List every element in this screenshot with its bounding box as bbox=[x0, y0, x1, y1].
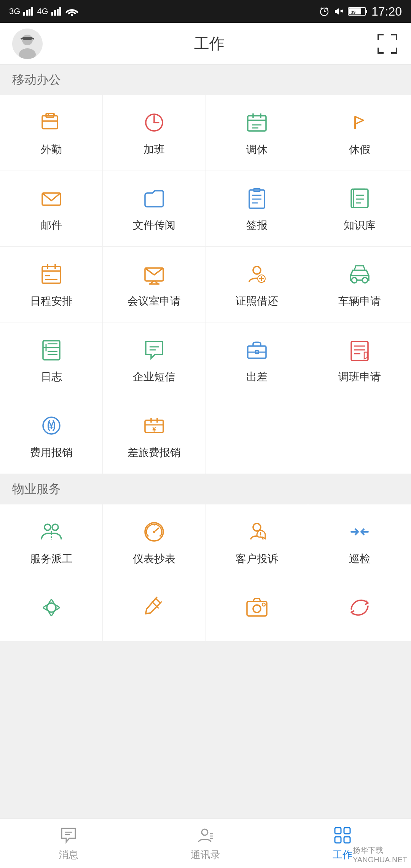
svg-rect-57 bbox=[354, 189, 368, 207]
svg-line-116 bbox=[160, 602, 162, 603]
item-sms[interactable]: 企业短信 bbox=[103, 322, 206, 398]
item-vacation[interactable]: 休假 bbox=[308, 95, 411, 171]
item-complaint[interactable]: 客户投诉 bbox=[206, 504, 308, 580]
item-email[interactable]: 邮件 bbox=[0, 171, 103, 246]
svg-point-118 bbox=[253, 605, 261, 613]
item-meeting-room[interactable]: 会议室申请 bbox=[103, 247, 206, 322]
grid-property: 服务派工 仪表抄表 bbox=[0, 504, 411, 641]
nav-messages-icon bbox=[59, 825, 78, 845]
item-b2[interactable] bbox=[103, 580, 206, 641]
sign-icon bbox=[243, 185, 271, 212]
b1-icon bbox=[38, 594, 65, 621]
item-schedule[interactable]: 日程安排 bbox=[0, 247, 103, 322]
svg-point-101 bbox=[52, 524, 58, 530]
item-field-work[interactable]: 外勤 bbox=[0, 95, 103, 171]
network-4g: 4G bbox=[37, 6, 48, 16]
meeting-room-label: 会议室申请 bbox=[127, 294, 181, 308]
field-work-label: 外勤 bbox=[41, 142, 62, 157]
item-business-trip[interactable]: 出差 bbox=[206, 322, 308, 398]
status-bar: 3G 4G bbox=[0, 0, 411, 23]
id-borrow-label: 证照借还 bbox=[236, 294, 278, 308]
file-share-label: 文件传阅 bbox=[133, 218, 175, 233]
page-title: 工作 bbox=[194, 33, 225, 54]
car-icon bbox=[346, 260, 373, 288]
item-b3[interactable] bbox=[206, 580, 308, 641]
item-meter-read[interactable]: 仪表抄表 bbox=[103, 504, 206, 580]
battery-icon: 39 bbox=[348, 6, 368, 16]
svg-rect-0 bbox=[23, 12, 25, 16]
travel-expense-icon: ¥ bbox=[140, 412, 168, 439]
complaint-label: 客户投诉 bbox=[236, 552, 278, 566]
office-row-2: 邮件 文件传阅 签报 bbox=[0, 171, 411, 247]
patrol-icon bbox=[346, 518, 373, 546]
nav-contacts[interactable]: 通讯录 bbox=[137, 822, 274, 865]
svg-rect-33 bbox=[396, 48, 397, 54]
service-dispatch-label: 服务派工 bbox=[30, 552, 73, 566]
svg-line-108 bbox=[159, 536, 160, 536]
vacation-icon bbox=[346, 109, 373, 136]
office-row-4: 日志 企业短信 出差 bbox=[0, 322, 411, 398]
patrol-label: 巡检 bbox=[349, 552, 370, 566]
user-avatar[interactable] bbox=[12, 29, 43, 59]
knowledge-label: 知识库 bbox=[344, 218, 376, 233]
svg-rect-4 bbox=[51, 12, 53, 16]
svg-rect-2 bbox=[29, 9, 30, 16]
service-dispatch-icon bbox=[38, 518, 65, 546]
svg-rect-6 bbox=[57, 9, 59, 16]
sign-label: 签报 bbox=[246, 218, 268, 233]
svg-rect-17 bbox=[366, 10, 367, 13]
shift-off-label: 调休 bbox=[246, 142, 268, 157]
field-work-icon bbox=[38, 109, 65, 136]
svg-text:¥: ¥ bbox=[152, 426, 156, 433]
nav-work-icon bbox=[333, 825, 352, 845]
nav-messages-label: 消息 bbox=[59, 848, 78, 862]
svg-point-122 bbox=[202, 829, 208, 835]
item-id-borrow[interactable]: 证照借还 bbox=[206, 247, 308, 322]
property-row-1: 服务派工 仪表抄表 bbox=[0, 504, 411, 580]
item-overtime[interactable]: 加班 bbox=[103, 95, 206, 171]
item-shift-apply[interactable]: 调班申请 bbox=[308, 322, 411, 398]
item-sign[interactable]: 签报 bbox=[206, 171, 308, 246]
business-trip-icon bbox=[243, 336, 271, 364]
svg-rect-1 bbox=[26, 10, 28, 16]
svg-rect-61 bbox=[42, 266, 61, 283]
shift-apply-icon bbox=[346, 336, 373, 364]
sms-label: 企业短信 bbox=[133, 370, 175, 384]
svg-point-119 bbox=[262, 603, 265, 606]
property-row-2 bbox=[0, 580, 411, 641]
item-b1[interactable] bbox=[0, 580, 103, 641]
svg-rect-29 bbox=[396, 34, 397, 40]
svg-rect-126 bbox=[335, 828, 341, 834]
svg-rect-31 bbox=[378, 48, 379, 54]
item-shift-off[interactable]: 调休 bbox=[206, 95, 308, 171]
svg-point-76 bbox=[362, 278, 368, 283]
schedule-label: 日程安排 bbox=[30, 294, 73, 308]
email-label: 邮件 bbox=[41, 218, 62, 233]
nav-contacts-label: 通讯录 bbox=[191, 848, 220, 862]
item-car[interactable]: 车辆申请 bbox=[308, 247, 411, 322]
item-patrol[interactable]: 巡检 bbox=[308, 504, 411, 580]
nav-messages[interactable]: 消息 bbox=[0, 822, 137, 865]
watermark: 扬华下载YANGHUA.NET bbox=[353, 845, 407, 864]
svg-rect-7 bbox=[59, 7, 61, 16]
shift-apply-label: 调班申请 bbox=[338, 370, 381, 384]
svg-rect-128 bbox=[335, 837, 341, 843]
content-area: 移动办公 外勤 加班 bbox=[0, 65, 411, 691]
mute-icon bbox=[333, 6, 344, 17]
status-time: 17:20 bbox=[371, 5, 402, 19]
item-knowledge[interactable]: 知识库 bbox=[308, 171, 411, 246]
complaint-icon bbox=[243, 518, 271, 546]
item-b4[interactable] bbox=[308, 580, 411, 641]
file-share-icon bbox=[140, 185, 168, 212]
item-expense[interactable]: ¥ 费用报销 bbox=[0, 398, 103, 474]
svg-rect-5 bbox=[54, 10, 56, 16]
item-service-dispatch[interactable]: 服务派工 bbox=[0, 504, 103, 580]
scan-icon[interactable] bbox=[376, 32, 399, 55]
item-journal[interactable]: 日志 bbox=[0, 322, 103, 398]
signal-icon bbox=[23, 7, 34, 16]
journal-icon bbox=[38, 336, 65, 364]
item-file-share[interactable]: 文件传阅 bbox=[103, 171, 206, 246]
bottom-nav: 消息 通讯录 工作 bbox=[0, 819, 411, 868]
journal-label: 日志 bbox=[41, 370, 62, 384]
item-travel-expense[interactable]: ¥ 差旅费报销 bbox=[103, 398, 206, 474]
